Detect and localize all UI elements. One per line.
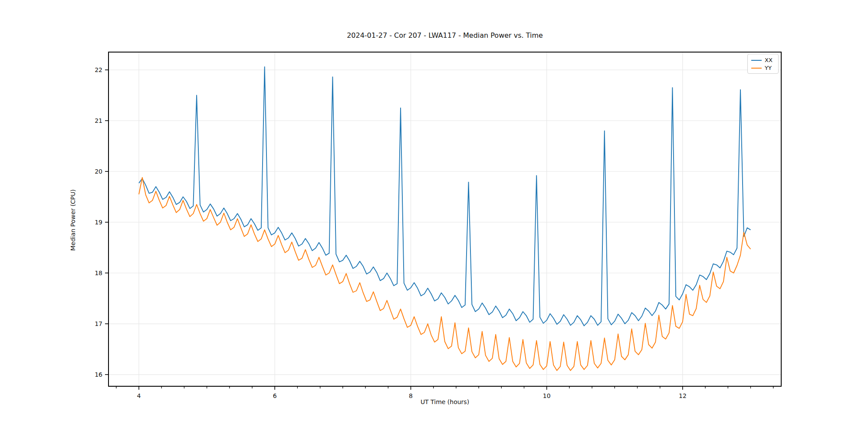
series-xx-line — [139, 67, 751, 326]
x-axis-label: UT Time (hours) — [108, 398, 781, 405]
y-tick-label: 19 — [95, 219, 102, 226]
figure: 468101216171819202122 2024-01-27 - Cor 2… — [0, 0, 868, 434]
y-tick-label: 21 — [95, 117, 102, 124]
y-tick-label: 17 — [95, 320, 102, 327]
series-yy-line — [139, 178, 751, 371]
xx-line-swatch-icon — [751, 60, 762, 61]
y-axis-label: Median Power (CPU) — [69, 189, 76, 251]
y-tick-label: 20 — [95, 168, 102, 175]
legend-item-xx: XX — [751, 56, 776, 64]
y-tick-label: 18 — [95, 270, 102, 276]
chart-title: 2024-01-27 - Cor 207 - LWA117 - Median P… — [108, 31, 781, 39]
axes-spines — [108, 52, 781, 386]
yy-line-swatch-icon — [751, 68, 762, 69]
legend-item-yy: YY — [751, 64, 776, 72]
legend-label-xx: XX — [765, 56, 773, 64]
legend-label-yy: YY — [765, 64, 772, 72]
y-tick-label: 22 — [95, 66, 102, 73]
legend: XX YY — [747, 54, 779, 74]
plot-area: 468101216171819202122 — [0, 0, 868, 434]
y-tick-label: 16 — [95, 371, 102, 378]
